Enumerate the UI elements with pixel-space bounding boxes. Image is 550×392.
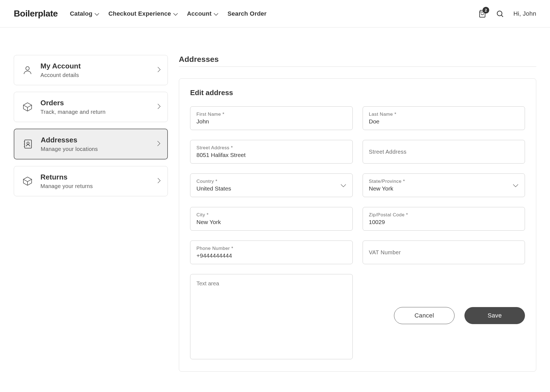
field-label: Street Address * — [196, 145, 346, 151]
chevron-right-icon — [156, 142, 160, 147]
chevron-right-icon — [156, 179, 160, 184]
sidebar-item-text: Returns Manage your returns — [40, 173, 149, 189]
sidebar-item-title: Returns — [40, 173, 149, 181]
last-name-input[interactable] — [369, 118, 519, 125]
city-field[interactable]: City * — [190, 207, 353, 231]
sidebar-item-subtitle: Account details — [40, 72, 149, 78]
cancel-button[interactable]: Cancel — [394, 307, 455, 324]
country-value: United States — [196, 185, 346, 192]
search-icon — [496, 10, 504, 18]
sidebar-item-title: My Account — [40, 62, 149, 70]
sidebar-item-title: Orders — [40, 99, 149, 107]
field-label: Zip/Postal Code * — [369, 212, 519, 218]
main-content: Addresses Edit address First Name * Last… — [179, 55, 536, 372]
zip-field[interactable]: Zip/Postal Code * — [363, 207, 525, 231]
street-address-1-input[interactable] — [196, 152, 346, 158]
account-sidebar: My Account Account details Orders Track,… — [14, 55, 168, 372]
package-icon — [22, 175, 33, 187]
first-name-field[interactable]: First Name * — [190, 106, 353, 130]
nav-search-order[interactable]: Search Order — [228, 10, 267, 17]
app-header: Boilerplate Catalog Checkout Experience … — [0, 0, 550, 27]
first-name-input[interactable] — [196, 118, 346, 125]
sidebar-item-orders[interactable]: Orders Track, manage and return — [14, 92, 168, 122]
sidebar-item-addresses[interactable]: Addresses Manage your locations — [14, 129, 168, 159]
nav-catalog[interactable]: Catalog — [70, 10, 98, 17]
user-icon — [22, 64, 33, 76]
brand-logo[interactable]: Boilerplate — [14, 9, 58, 19]
field-placeholder: VAT Number — [369, 249, 519, 256]
main-nav: Catalog Checkout Experience Account Sear… — [70, 10, 478, 17]
svg-line-1 — [502, 15, 503, 17]
field-label: Last Name * — [369, 112, 519, 117]
nav-account-label: Account — [187, 10, 212, 17]
sidebar-item-returns[interactable]: Returns Manage your returns — [14, 166, 168, 196]
page-container: My Account Account details Orders Track,… — [0, 27, 550, 388]
cart-badge: 2 — [483, 7, 489, 13]
sidebar-item-title: Addresses — [41, 136, 149, 144]
last-name-field[interactable]: Last Name * — [363, 106, 525, 130]
phone-input[interactable] — [196, 252, 346, 259]
svg-point-2 — [26, 67, 29, 70]
phone-field[interactable]: Phone Number * — [190, 241, 353, 264]
form-buttons: Cancel Save — [363, 274, 525, 324]
notes-textarea[interactable] — [196, 280, 346, 352]
chevron-down-icon — [172, 10, 177, 17]
nav-catalog-label: Catalog — [70, 10, 92, 17]
field-label: Phone Number * — [196, 246, 346, 251]
search-button[interactable] — [496, 10, 504, 18]
package-icon — [22, 101, 33, 113]
sidebar-item-text: My Account Account details — [40, 62, 149, 78]
save-button[interactable]: Save — [464, 307, 525, 324]
country-field[interactable]: Country * United States — [190, 173, 353, 197]
sidebar-item-subtitle: Manage your locations — [41, 146, 149, 152]
user-greeting[interactable]: Hi, John — [513, 10, 536, 17]
address-form-grid: First Name * Last Name * Street Address … — [190, 106, 525, 359]
street-address-2-field[interactable]: Street Address — [363, 140, 525, 164]
field-label: City * — [196, 212, 346, 218]
chevron-down-icon — [94, 10, 98, 17]
zip-input[interactable] — [369, 219, 519, 225]
svg-point-0 — [497, 11, 502, 16]
sidebar-item-subtitle: Track, manage and return — [40, 109, 149, 115]
cart-button[interactable]: 2 — [478, 10, 486, 18]
street-address-1-field[interactable]: Street Address * — [190, 140, 353, 164]
field-placeholder: Street Address — [369, 149, 519, 155]
chevron-right-icon — [156, 104, 160, 109]
sidebar-item-subtitle: Manage your returns — [40, 183, 149, 189]
panel-title: Edit address — [190, 89, 525, 97]
vat-field[interactable]: VAT Number — [363, 241, 525, 264]
state-value: New York — [369, 185, 519, 192]
nav-checkout-label: Checkout Experience — [108, 10, 171, 17]
chevron-down-icon — [213, 10, 217, 17]
sidebar-item-my-account[interactable]: My Account Account details — [14, 55, 168, 85]
field-label: First Name * — [196, 112, 346, 117]
city-input[interactable] — [196, 219, 346, 225]
svg-point-4 — [27, 142, 29, 144]
nav-account[interactable]: Account — [187, 10, 217, 17]
sidebar-item-text: Orders Track, manage and return — [40, 99, 149, 115]
header-right: 2 Hi, John — [478, 10, 536, 18]
field-label: Country * — [196, 179, 346, 184]
sidebar-item-text: Addresses Manage your locations — [41, 136, 149, 152]
state-field[interactable]: State/Province * New York — [363, 173, 525, 197]
notes-textarea-field[interactable] — [190, 274, 353, 359]
page-title: Addresses — [179, 55, 536, 67]
address-book-icon — [22, 138, 34, 150]
edit-address-panel: Edit address First Name * Last Name * St… — [179, 78, 536, 372]
chevron-right-icon — [156, 68, 160, 73]
nav-checkout-experience[interactable]: Checkout Experience — [108, 10, 177, 17]
field-label: State/Province * — [369, 179, 519, 184]
